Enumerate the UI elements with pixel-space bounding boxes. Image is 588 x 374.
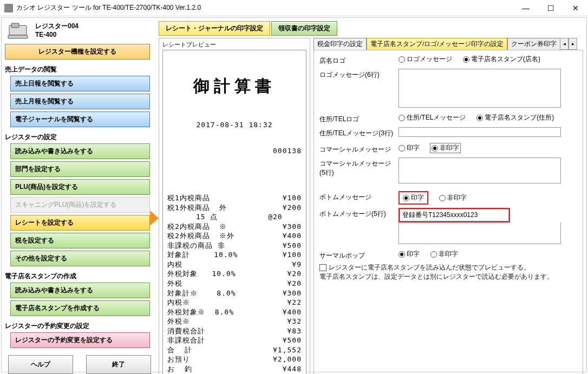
- subtab-stamp-logo-msg[interactable]: 電子店名スタンプ/ロゴ/メッセージ印字の設定: [367, 38, 507, 50]
- receipt-line: 外税対象 10.0%¥20: [167, 269, 302, 279]
- input-logo-message[interactable]: [398, 69, 561, 108]
- help-button[interactable]: ヘルプ: [8, 355, 73, 374]
- receipt-line: 内税¥9: [167, 260, 302, 270]
- view-ejournal-button[interactable]: 電子ジャーナルを閲覧する: [10, 111, 150, 127]
- input-commercial-message[interactable]: [398, 158, 561, 183]
- svg-rect-1: [11, 23, 19, 28]
- settings-tax-button[interactable]: 税を設定する: [10, 233, 150, 248]
- section-stamp-label: 電子店名スタンプの作成: [5, 272, 155, 281]
- receipt-line: 税2外税商品 ※外¥400: [167, 231, 302, 241]
- radio-commercial-print[interactable]: 印字: [398, 143, 420, 153]
- settings-body: 店名ロゴ ロゴメッセージ 電子店名スタンプ(店名) ロゴメッセージ(6行) 住所…: [313, 50, 583, 374]
- radio-bottom-print[interactable]: 印字: [403, 193, 424, 202]
- label-preview-check: レジスターに電子店名スタンプを読み込んだ状態でプレビューする。: [329, 264, 530, 272]
- receipt-line: お預り¥2,000: [167, 355, 302, 364]
- radio-addr-message[interactable]: 住所/TELメッセージ: [398, 113, 466, 122]
- receipt-datetime: 2017-08-31 18:32: [167, 120, 302, 130]
- receipt-line: 合 計¥1,552: [167, 345, 302, 355]
- receipt-line: 外税対象※ 8.0%¥400: [167, 307, 302, 317]
- set-register-model-button[interactable]: レジスター機種を設定する: [5, 44, 150, 60]
- window-title: カシオ レジスター ツール for TE-400/TE-2700/TK-400 …: [16, 3, 513, 12]
- label-preview-note: 電子店名スタンプは、設定データとは別にレジスターで読込む必要があります。: [319, 273, 577, 281]
- svg-rect-2: [8, 35, 28, 38]
- section-settings-label: レジスターの設定: [5, 133, 155, 142]
- checkbox-preview-with-stamp[interactable]: [319, 264, 326, 271]
- receipt-line: 非課税の商品 非¥500: [167, 241, 302, 251]
- arrow-indicator-icon: [150, 211, 159, 226]
- radio-stamp-addr[interactable]: 電子店名スタンプ(住所): [476, 113, 554, 122]
- titlebar: カシオ レジスター ツール for TE-400/TE-2700/TK-400 …: [0, 0, 588, 16]
- label-bottom-msg-lines: ボトムメッセージ(5行): [319, 208, 395, 219]
- tab-receipt-journal[interactable]: レシート・ジャーナルの印字設定: [159, 21, 270, 36]
- receipt-line: 対象計 10.0%¥100: [167, 250, 302, 260]
- label-bottom-msg: ボトムメッセージ: [319, 191, 395, 202]
- receipt-line: 15 点@20: [167, 212, 302, 222]
- receipt-line: 非課税合計¥500: [167, 336, 302, 345]
- radio-commercial-noprint[interactable]: 非印字: [430, 143, 460, 153]
- label-logo-message: ロゴメッセージ(6行): [319, 69, 395, 80]
- settings-scanplu-button: スキャニングPLU(商品)を設定する: [10, 197, 150, 213]
- tab-ryoshu[interactable]: 領収書の印字設定: [271, 21, 337, 36]
- maximize-button[interactable]: ☐: [538, 0, 563, 16]
- section-reserve-label: レジスターの予約変更の設定: [5, 321, 155, 331]
- stamp-rw-button[interactable]: 読み込みや書き込みをする: [10, 283, 150, 298]
- reserve-set-button[interactable]: レジスターの予約変更を設定する: [10, 332, 150, 348]
- receipt-line: 税1外税商品 外¥200: [167, 203, 302, 213]
- settings-receipt-button[interactable]: レシートを設定する: [10, 215, 150, 231]
- preview-label: レシートプレビュー: [162, 41, 306, 49]
- receipt-line: 外税※¥32: [167, 317, 302, 326]
- label-addr-message: 住所/TELメッセージ(3行): [319, 127, 395, 138]
- receipt-line: 対象計※ 8.0%¥300: [167, 288, 302, 298]
- close-button[interactable]: ✕: [563, 0, 588, 16]
- minimize-button[interactable]: ―: [513, 0, 538, 16]
- register-icon: [5, 21, 31, 41]
- radio-thermal-print[interactable]: 印字: [398, 250, 420, 259]
- exit-button[interactable]: 終了: [86, 355, 151, 374]
- label-commercial-msg: コマーシャルメッセージ(5行): [319, 158, 395, 178]
- label-thermal: サーマルポップ: [319, 250, 395, 260]
- radio-logo-message[interactable]: ロゴメッセージ: [398, 55, 452, 64]
- stamp-create-button[interactable]: 電子店名スタンプを作成する: [10, 300, 150, 316]
- input-bottom-message[interactable]: 登録番号T12345xxxx0123: [400, 209, 509, 221]
- receipt-preview-pane: レシートプレビュー 御計算書 2017-08-31 18:32 000138 税…: [159, 38, 310, 374]
- subtab-tax[interactable]: 税金印字の設定: [313, 38, 367, 50]
- sidebar: レジスター004 TE-400 レジスター機種を設定する 売上データの閲覧 売上…: [5, 21, 155, 353]
- register-name: レジスター004: [35, 22, 79, 31]
- receipt-line: 内税※¥22: [167, 298, 302, 307]
- receipt-number: 000138: [273, 146, 302, 156]
- view-monthly-button[interactable]: 売上月報を閲覧する: [10, 94, 150, 109]
- view-daily-button[interactable]: 売上日報を閲覧する: [10, 76, 150, 91]
- label-addr-logo: 住所/TELロゴ: [319, 113, 395, 124]
- receipt-line: 税1内税商品¥100: [167, 193, 302, 203]
- subtab-scroll-left[interactable]: ◄: [560, 38, 569, 50]
- settings-rw-button[interactable]: 読み込みや書き込みをする: [10, 143, 150, 159]
- settings-plu-button[interactable]: PLU(商品)を設定する: [10, 179, 150, 195]
- settings-dept-button[interactable]: 部門を設定する: [10, 161, 150, 177]
- receipt-line: 消費税合計¥83: [167, 326, 302, 336]
- content-area: レシート・ジャーナルの印字設定 領収書の印字設定 レシートプレビュー 御計算書 …: [159, 21, 583, 353]
- settings-other-button[interactable]: その他を設定する: [10, 251, 150, 266]
- input-bottom-message-rest[interactable]: [398, 222, 561, 244]
- receipt-line: お 釣¥448: [167, 364, 302, 374]
- app-icon: [4, 4, 13, 12]
- receipt-preview: 御計算書 2017-08-31 18:32 000138 税1内税商品¥100税…: [162, 50, 306, 374]
- label-shop-logo: 店名ロゴ: [319, 55, 395, 65]
- receipt-line: 税2内税商品 ※¥300: [167, 222, 302, 232]
- radio-thermal-noprint[interactable]: 非印字: [430, 250, 458, 259]
- radio-stamp-shopname[interactable]: 電子店名スタンプ(店名): [463, 55, 540, 64]
- subtab-coupon[interactable]: クーポン券印字: [507, 38, 560, 50]
- receipt-header: 御計算書: [167, 75, 302, 97]
- radio-bottom-noprint[interactable]: 非印字: [439, 193, 467, 202]
- subtab-scroll-right[interactable]: ►: [569, 38, 577, 50]
- input-addr-message[interactable]: [398, 127, 561, 137]
- section-sales-label: 売上データの閲覧: [5, 65, 155, 74]
- receipt-line: 外税¥20: [167, 279, 302, 288]
- label-commercial: コマーシャルメッセージ: [319, 143, 395, 154]
- register-model: TE-400: [35, 31, 79, 40]
